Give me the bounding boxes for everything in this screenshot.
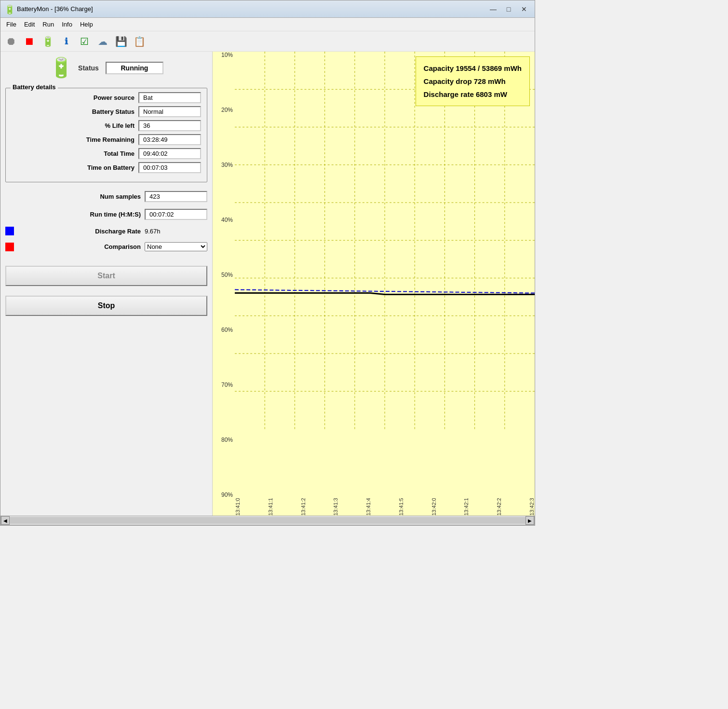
stop-button[interactable]: Stop <box>5 296 207 316</box>
tooltip-line2: Capacity drop 728 mWh <box>424 75 522 88</box>
life-left-label: % Life left <box>12 122 135 129</box>
chart-scrollbar: ◀ ▶ <box>0 516 535 525</box>
menubar: File Edit Run Info Help <box>0 18 535 31</box>
menu-help[interactable]: Help <box>76 19 97 29</box>
total-time-value: 09:40:02 <box>138 148 201 159</box>
num-samples-label: Num samples <box>5 193 141 200</box>
x-label-6: 13:42:01 <box>431 500 437 516</box>
x-axis: 13:41:01 13:41:11 13:41:21 13:41:31 13:4… <box>235 498 535 516</box>
stop-toolbar-btn[interactable]: ⏹ <box>21 33 38 50</box>
power-source-row: Power source Bat <box>12 92 201 103</box>
power-source-value: Bat <box>138 92 201 103</box>
life-left-row: % Life left 36 <box>12 120 201 131</box>
scroll-track[interactable] <box>10 517 526 524</box>
time-remaining-row: Time Remaining 03:28:49 <box>12 134 201 145</box>
chart-tooltip: Capacity 19554 / 53869 mWh Capacity drop… <box>416 56 530 106</box>
minimize-button[interactable]: — <box>486 4 500 14</box>
main-content: 🔋 Status Running Battery details Power s… <box>0 52 535 516</box>
status-value: Running <box>106 62 163 74</box>
menu-run[interactable]: Run <box>39 19 58 29</box>
chart-svg <box>235 52 535 429</box>
tooltip-line1: Capacity 19554 / 53869 mWh <box>424 62 522 75</box>
y-label-20: 20% <box>221 107 233 113</box>
battery-details-legend: Battery details <box>11 83 58 91</box>
time-on-battery-value: 00:07:03 <box>138 162 201 173</box>
stop-btn-row: Stop <box>5 296 207 320</box>
comparison-label: Comparison <box>17 243 141 250</box>
titlebar-buttons: — □ ✕ <box>486 4 531 14</box>
comparison-select[interactable]: None Option1 <box>145 242 207 251</box>
menu-info[interactable]: Info <box>58 19 76 29</box>
battery-status-value: Normal <box>138 106 201 117</box>
check-toolbar-btn[interactable]: ☑ <box>76 33 93 50</box>
discharge-rate-indicator <box>5 227 14 235</box>
num-samples-value: 423 <box>145 191 207 202</box>
y-label-50: 50% <box>221 272 233 278</box>
time-remaining-value: 03:28:49 <box>138 134 201 145</box>
tooltip-line3: Discharge rate 6803 mW <box>424 88 522 101</box>
left-panel: 🔋 Status Running Battery details Power s… <box>0 52 213 516</box>
battery-details-group: Battery details Power source Bat Battery… <box>5 88 207 182</box>
battery-status-icon: 🔋 <box>49 56 73 79</box>
start-button[interactable]: Start <box>5 266 207 286</box>
x-label-4: 13:41:41 <box>365 500 371 516</box>
menu-file[interactable]: File <box>2 19 20 29</box>
svg-rect-0 <box>235 52 535 429</box>
export-toolbar-btn[interactable]: 📋 <box>131 33 148 50</box>
discharge-rate-row: Discharge Rate 9.67h <box>5 227 207 235</box>
x-label-7: 13:42:11 <box>463 500 469 516</box>
x-label-2: 13:41:21 <box>300 500 306 516</box>
discharge-rate-label: Discharge Rate <box>17 228 141 235</box>
toolbar: ⏺ ⏹ 🔋 ℹ ☑ ☁ 💾 📋 <box>0 31 535 52</box>
comparison-indicator <box>5 243 14 251</box>
run-time-value: 00:07:02 <box>145 209 207 220</box>
app-icon: 🔋 <box>4 4 14 14</box>
num-samples-row: Num samples 423 <box>5 191 207 202</box>
x-label-8: 13:42:21 <box>496 500 502 516</box>
titlebar: 🔋 BatteryMon - [36% Charge] — □ ✕ <box>0 0 535 18</box>
cloud-toolbar-btn[interactable]: ☁ <box>94 33 111 50</box>
x-label-1: 13:41:11 <box>268 500 273 516</box>
window-title: BatteryMon - [36% Charge] <box>17 5 486 13</box>
time-remaining-label: Time Remaining <box>12 136 135 143</box>
total-time-row: Total Time 09:40:02 <box>12 148 201 159</box>
y-label-80: 80% <box>221 436 233 443</box>
main-window: 🔋 BatteryMon - [36% Charge] — □ ✕ File E… <box>0 0 535 526</box>
menu-edit[interactable]: Edit <box>20 19 39 29</box>
y-label-70: 70% <box>221 382 233 388</box>
status-row: 🔋 Status Running <box>5 56 207 79</box>
y-axis: 90% 80% 70% 60% 50% 40% 30% 20% 10% <box>213 52 235 498</box>
y-label-10: 10% <box>221 52 233 58</box>
scroll-right-button[interactable]: ▶ <box>526 516 534 525</box>
x-label-9: 13:42:31 <box>529 500 535 516</box>
battery-status-row: Battery Status Normal <box>12 106 201 117</box>
life-left-value: 36 <box>138 120 201 131</box>
discharge-rate-value: 9.67h <box>145 228 207 235</box>
save-toolbar-btn[interactable]: 💾 <box>112 33 130 50</box>
status-label: Status <box>78 64 99 72</box>
run-time-row: Run time (H:M:S) 00:07:02 <box>5 209 207 220</box>
time-on-battery-label: Time on Battery <box>12 164 135 171</box>
maximize-button[interactable]: □ <box>502 4 515 14</box>
battery-status-label: Battery Status <box>12 108 135 115</box>
total-time-label: Total Time <box>12 150 135 157</box>
record-toolbar-btn[interactable]: ⏺ <box>2 33 20 50</box>
y-label-60: 60% <box>221 327 233 333</box>
start-btn-row: Start <box>5 266 207 290</box>
x-label-5: 13:41:51 <box>398 500 404 516</box>
x-label-3: 13:41:31 <box>333 500 338 516</box>
battery-toolbar-btn[interactable]: 🔋 <box>39 33 56 50</box>
run-time-label: Run time (H:M:S) <box>5 211 141 218</box>
info-toolbar-btn[interactable]: ℹ <box>57 33 75 50</box>
comparison-select-wrap: None Option1 <box>145 242 207 251</box>
power-source-label: Power source <box>12 94 135 101</box>
y-label-40: 40% <box>221 217 233 223</box>
time-on-battery-row: Time on Battery 00:07:03 <box>12 162 201 173</box>
comparison-row: Comparison None Option1 <box>5 242 207 251</box>
y-label-90: 90% <box>221 491 233 498</box>
x-label-0: 13:41:01 <box>235 500 241 516</box>
y-label-30: 30% <box>221 162 233 168</box>
chart-panel: 90% 80% 70% 60% 50% 40% 30% 20% 10% <box>213 52 535 516</box>
scroll-left-button[interactable]: ◀ <box>1 516 10 525</box>
close-button[interactable]: ✕ <box>517 4 531 14</box>
